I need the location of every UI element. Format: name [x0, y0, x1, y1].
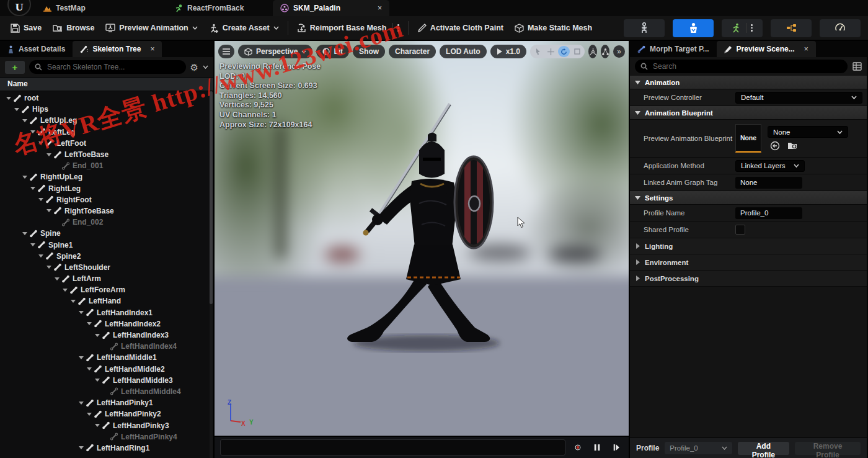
tree-scrollbar-thumb[interactable] — [210, 91, 213, 304]
preview-scene-search[interactable] — [635, 60, 848, 73]
expand-arrow-icon[interactable] — [21, 176, 29, 179]
gizmo-coordinate-button[interactable] — [588, 45, 597, 58]
tree-item-rightfoot[interactable]: RightFoot — [0, 194, 213, 205]
preview-scene-search-input[interactable] — [652, 61, 842, 71]
expand-arrow-icon[interactable] — [37, 254, 45, 258]
browse-button[interactable]: Browse — [47, 20, 100, 35]
expand-arrow-icon[interactable] — [53, 277, 61, 281]
tab-preview-scene[interactable]: Preview Scene...× — [717, 41, 816, 57]
details-view-icon[interactable] — [852, 62, 862, 71]
expand-arrow-icon[interactable] — [13, 108, 20, 111]
expand-arrow-icon[interactable] — [61, 289, 69, 292]
blueprint-mode-button[interactable] — [771, 19, 812, 37]
preview-controller-dropdown[interactable]: Default — [735, 92, 862, 104]
tree-item-rightleg[interactable]: RightLeg — [0, 183, 213, 194]
pause-button[interactable] — [590, 441, 604, 454]
tab-skeleton-tree[interactable]: Skeleton Tree× — [73, 41, 162, 57]
tree-scrollbar[interactable] — [210, 91, 213, 458]
gear-icon[interactable]: ⚙ — [190, 63, 198, 72]
tree-item-lefthandring1[interactable]: LeftHandRing1 — [0, 442, 213, 454]
skeleton-mode-button[interactable] — [624, 19, 665, 37]
section-animation[interactable]: Animation — [630, 76, 867, 89]
physics-mode-button[interactable] — [820, 19, 861, 37]
tree-item-lefttoebase[interactable]: LeftToeBase — [0, 149, 213, 160]
more-options-icon[interactable] — [746, 23, 753, 33]
tree-item-rightupleg[interactable]: RightUpLeg — [0, 171, 213, 182]
tab-asset-details[interactable]: Asset Details — [0, 41, 73, 57]
expand-arrow-icon[interactable] — [5, 97, 12, 100]
section-settings[interactable]: Settings — [630, 191, 867, 205]
tree-item-leftfoot[interactable]: LeftFoot — [0, 138, 213, 149]
make-static-mesh-button[interactable]: Make Static Mesh — [509, 20, 598, 36]
close-icon[interactable]: × — [378, 4, 382, 12]
show-dropdown[interactable]: Show — [353, 45, 385, 58]
tree-item-hips[interactable]: Hips — [0, 104, 213, 115]
more-options-icon[interactable] — [392, 23, 399, 33]
tree-item-leftleg[interactable]: LeftLeg — [0, 127, 213, 138]
tree-item-root[interactable]: root — [0, 92, 213, 104]
expand-arrow-icon[interactable] — [29, 187, 37, 190]
tree-item-lefthandmiddle4[interactable]: LeftHandMiddle4 — [0, 386, 213, 397]
tree-item-lefthandpinky3[interactable]: LeftHandPinky3 — [0, 420, 213, 431]
shared-profile-checkbox[interactable] — [735, 225, 745, 235]
expand-toolbar-button[interactable]: » — [613, 45, 625, 58]
create-asset-button[interactable]: Create Asset — [203, 20, 285, 36]
category-postprocessing[interactable]: PostProcessing — [630, 271, 867, 287]
expand-arrow-icon[interactable] — [37, 198, 45, 201]
step-forward-button[interactable] — [609, 441, 623, 454]
expand-arrow-icon[interactable] — [29, 243, 37, 246]
tree-item-lefthandindex2[interactable]: LeftHandIndex2 — [0, 318, 213, 330]
preview-animation-button[interactable]: Preview Animation — [100, 20, 203, 35]
expand-arrow-icon[interactable] — [29, 130, 37, 133]
skeleton-tree-search[interactable] — [29, 60, 186, 74]
section-animation-blueprint[interactable]: Animation Blueprint — [630, 106, 867, 120]
profile-name-field[interactable]: Profile_0 — [735, 207, 802, 219]
tree-item-spine[interactable]: Spine — [0, 228, 213, 239]
tab-testmap[interactable]: TestMap — [36, 0, 167, 16]
use-selected-icon[interactable] — [770, 141, 780, 151]
tree-item-lefthandpinky1[interactable]: LeftHandPinky1 — [0, 397, 213, 408]
expand-arrow-icon[interactable] — [94, 379, 101, 382]
select-tool[interactable] — [532, 46, 544, 57]
tree-item-spine2[interactable]: Spine2 — [0, 251, 213, 262]
close-icon[interactable]: × — [804, 45, 808, 53]
skeleton-tree-search-input[interactable] — [46, 62, 180, 72]
tree-item-lefthand[interactable]: LeftHand — [0, 295, 213, 307]
activate-cloth-paint-button[interactable]: Activate Cloth Paint — [412, 20, 509, 36]
scene-nodes-button[interactable] — [601, 45, 609, 58]
expand-arrow-icon[interactable] — [78, 402, 85, 405]
tree-item-spine1[interactable]: Spine1 — [0, 239, 213, 250]
tree-item-leftforearm[interactable]: LeftForeArm — [0, 284, 213, 295]
tree-item-lefthandmiddle1[interactable]: LeftHandMiddle1 — [0, 352, 213, 363]
mesh-mode-button[interactable] — [673, 19, 714, 37]
expand-arrow-icon[interactable] — [45, 209, 53, 212]
tree-item-end-001[interactable]: End_001 — [0, 160, 213, 171]
remove-profile-button[interactable]: Remove Profile — [795, 442, 861, 455]
category-environment[interactable]: Environment — [630, 254, 867, 271]
preview-viewport[interactable]: Perspective Lit Show Character LOD Auto … — [215, 41, 629, 458]
animation-mode-button[interactable] — [722, 19, 763, 37]
playback-speed-button[interactable]: x1.0 — [490, 45, 526, 58]
expand-arrow-icon[interactable] — [86, 413, 93, 416]
expand-arrow-icon[interactable] — [86, 322, 93, 325]
add-profile-button[interactable]: Add Profile — [738, 442, 790, 455]
tree-item-lefthandmiddle2[interactable]: LeftHandMiddle2 — [0, 364, 213, 375]
expand-arrow-icon[interactable] — [21, 232, 29, 235]
rotate-tool[interactable] — [558, 46, 570, 57]
tree-item-lefthandpinky2[interactable]: LeftHandPinky2 — [0, 408, 213, 420]
expand-arrow-icon[interactable] — [45, 153, 53, 156]
tree-item-lefthandindex1[interactable]: LeftHandIndex1 — [0, 307, 213, 318]
perspective-dropdown[interactable]: Perspective — [238, 45, 312, 58]
tree-item-leftupleg[interactable]: LeftUpLeg — [0, 115, 213, 126]
tree-item-lefthandindex3[interactable]: LeftHandIndex3 — [0, 330, 213, 341]
tree-item-lefthandpinky4[interactable]: LeftHandPinky4 — [0, 431, 213, 442]
reimport-base-mesh-button[interactable]: Reimport Base Mesh — [291, 20, 405, 36]
asset-dropdown[interactable]: None — [768, 126, 848, 138]
character-dropdown[interactable]: Character — [389, 45, 436, 58]
lod-dropdown[interactable]: LOD Auto — [440, 45, 487, 58]
expand-arrow-icon[interactable] — [78, 446, 85, 449]
save-button[interactable]: Save — [5, 20, 47, 36]
move-tool[interactable] — [545, 46, 557, 57]
expand-arrow-icon[interactable] — [94, 424, 101, 427]
tree-column-header[interactable]: Name — [0, 77, 213, 91]
